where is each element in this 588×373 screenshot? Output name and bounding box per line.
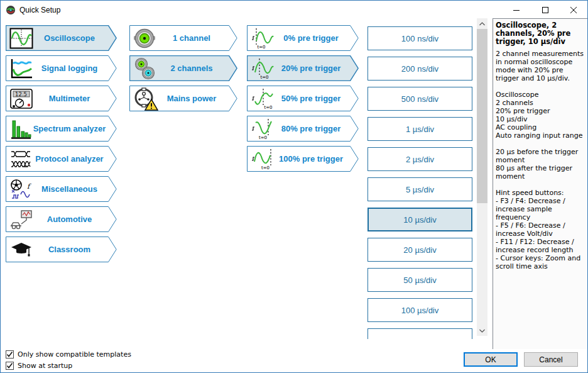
timebase-label: 50 µs/div xyxy=(403,276,436,285)
pretrigger-label: 20% pre trigger xyxy=(276,55,346,81)
svg-text:t=0: t=0 xyxy=(258,45,266,50)
svg-text:t=0: t=0 xyxy=(264,105,273,110)
scroll-up-button[interactable] xyxy=(477,18,487,30)
svg-text:t=0: t=0 xyxy=(261,75,269,80)
pretrigger-100[interactable]: t=0 100% pre trigger xyxy=(247,146,359,172)
template-description-panel: Oscilloscope, 2 channels, 20% pre trigge… xyxy=(493,18,588,349)
pretrigger-50[interactable]: t=0 50% pre trigger xyxy=(247,86,359,111)
channels-mains-power[interactable]: Mains power xyxy=(129,86,237,111)
channels-label: 2 channels xyxy=(158,55,225,81)
timebase-1us[interactable]: 1 µs/div xyxy=(368,117,472,141)
description-setting: Auto ranging input range xyxy=(496,131,587,140)
channels-label: 1 channel xyxy=(158,25,225,51)
pretrigger-20-icon: t=0 xyxy=(251,57,275,80)
description-hint: - F5 / F6: Decrease / increase Volt/div xyxy=(496,221,587,238)
multimeter-icon: 12.5 xyxy=(9,88,33,109)
scrollbar-thumb[interactable] xyxy=(477,29,487,203)
chevron-up-icon xyxy=(479,22,485,26)
window-title: Quick Setup xyxy=(19,1,60,19)
description-hint: Hint speed buttons: xyxy=(496,189,587,197)
category-signal-logging[interactable]: Signal logging xyxy=(6,55,117,81)
checkmark-icon xyxy=(6,362,13,369)
timebase-label: 10 µs/div xyxy=(403,215,436,225)
ok-button[interactable]: OK xyxy=(464,352,518,367)
category-label: Multimeter xyxy=(35,86,104,111)
timebase-label: 100 µs/div xyxy=(401,306,439,315)
channels-2-channels[interactable]: 2 channels xyxy=(129,55,237,81)
pretrigger-label: 0% pre trigger xyxy=(276,25,346,51)
minimize-button[interactable] xyxy=(502,1,531,19)
category-miscellaneous[interactable]: f Miscellaneous xyxy=(6,176,117,202)
svg-text:f: f xyxy=(27,182,31,191)
description-setting: 20% pre trigger xyxy=(496,107,587,115)
timebase-scrollbar[interactable] xyxy=(477,18,487,336)
close-button[interactable] xyxy=(559,1,588,19)
checkbox-icon[interactable] xyxy=(6,350,14,359)
timebase-500ns[interactable]: 500 ns/div xyxy=(368,87,472,111)
description-timing: 80 µs after the trigger moment xyxy=(496,164,587,181)
miscellaneous-icon: f xyxy=(9,179,33,200)
timebase-label: 100 ns/div xyxy=(401,34,438,43)
signal-logging-icon xyxy=(9,58,33,79)
category-oscilloscope[interactable]: Oscilloscope xyxy=(6,25,117,51)
category-label: Protocol analyzer xyxy=(35,146,104,172)
category-label: Oscilloscope xyxy=(35,25,104,51)
pretrigger-0[interactable]: t=0 0% pre trigger xyxy=(247,25,359,51)
category-label: Miscellaneous xyxy=(35,176,104,202)
description-summary: 2 channel measurements in normal oscillo… xyxy=(496,50,587,82)
category-multimeter[interactable]: 12.5 Multimeter xyxy=(6,86,117,111)
category-label: Signal logging xyxy=(35,55,104,81)
cancel-button[interactable]: Cancel xyxy=(524,352,578,367)
description-setting: AC coupling xyxy=(496,123,587,131)
pretrigger-100-icon: t=0 xyxy=(251,148,275,170)
chevron-down-icon xyxy=(479,329,485,333)
category-classroom[interactable]: Classroom xyxy=(6,237,117,262)
timebase-50us[interactable]: 50 µs/div xyxy=(368,268,472,292)
description-hint: - F11 / F12: Decrease / increase record … xyxy=(496,238,587,254)
pretrigger-20[interactable]: t=0 20% pre trigger xyxy=(247,55,359,81)
timebase-label: 1 µs/div xyxy=(406,125,434,134)
channels-1-channel[interactable]: 1 channel xyxy=(129,25,237,51)
checkmark-icon xyxy=(6,351,13,358)
pretrigger-label: 50% pre trigger xyxy=(276,86,346,111)
bnc-1-channel-icon xyxy=(133,27,156,50)
automotive-icon xyxy=(9,209,33,230)
channels-label: Mains power xyxy=(158,86,225,111)
minimize-icon xyxy=(513,7,520,14)
protocol-analyzer-icon xyxy=(9,148,33,170)
category-label: Classroom xyxy=(35,237,104,262)
category-label: Spectrum analyzer xyxy=(35,116,104,142)
maximize-button[interactable] xyxy=(531,1,560,19)
description-timing: 20 µs before the trigger moment xyxy=(496,148,587,164)
timebase-5us[interactable]: 5 µs/div xyxy=(368,177,472,201)
titlebar[interactable]: Quick Setup xyxy=(1,1,587,19)
checkbox-icon[interactable] xyxy=(6,362,14,370)
timebase-10us[interactable]: 10 µs/div xyxy=(368,208,472,231)
only-compatible-checkbox[interactable]: Only show compatible templates xyxy=(6,350,131,359)
close-icon xyxy=(570,7,577,14)
spectrum-analyzer-icon xyxy=(9,118,33,140)
scroll-down-button[interactable] xyxy=(477,325,487,336)
checkbox-label: Only show compatible templates xyxy=(18,350,131,359)
show-at-startup-checkbox[interactable]: Show at startup xyxy=(6,362,72,370)
bnc-2-channels-icon xyxy=(133,57,157,81)
quick-setup-dialog: Quick Setup Oscilloscope Signal logging … xyxy=(0,0,588,373)
category-automotive[interactable]: Automotive xyxy=(6,206,117,232)
description-hint: - Cursor keys: Zoom and scroll time axis xyxy=(496,254,587,270)
classroom-icon xyxy=(9,239,33,260)
category-protocol-analyzer[interactable]: Protocol analyzer xyxy=(6,146,117,172)
mains-power-icon xyxy=(133,87,158,111)
description-setting: 10 µs/div xyxy=(496,115,587,123)
app-icon xyxy=(6,5,16,15)
pretrigger-label: 80% pre trigger xyxy=(276,116,346,142)
timebase-100us[interactable]: 100 µs/div xyxy=(368,298,472,322)
timebase-label: 20 µs/div xyxy=(403,245,436,255)
category-spectrum-analyzer[interactable]: Spectrum analyzer xyxy=(6,116,117,142)
timebase-200ns[interactable]: 200 ns/div xyxy=(368,57,472,81)
timebase-2us[interactable]: 2 µs/div xyxy=(368,147,472,171)
timebase-partial[interactable] xyxy=(368,328,472,339)
pretrigger-0-icon: t=0 xyxy=(251,27,275,50)
timebase-20us[interactable]: 20 µs/div xyxy=(368,238,472,262)
pretrigger-80[interactable]: t=0 80% pre trigger xyxy=(247,116,359,142)
timebase-100ns[interactable]: 100 ns/div xyxy=(368,26,472,50)
